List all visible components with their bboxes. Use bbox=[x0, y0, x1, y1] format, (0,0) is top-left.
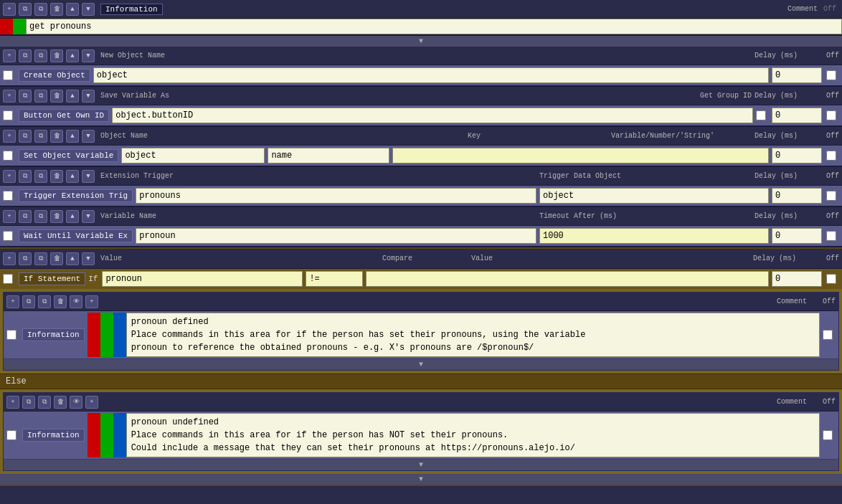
duplicate-icon-7[interactable]: ⧉ bbox=[34, 252, 47, 265]
group-id-checkbox[interactable] bbox=[756, 110, 766, 120]
down-icon-4[interactable]: ▼ bbox=[82, 130, 95, 143]
create-object-btn[interactable]: Create Object bbox=[19, 69, 90, 82]
key-value-input[interactable]: name bbox=[268, 148, 389, 163]
duplicate-icon-5[interactable]: ⧉ bbox=[34, 170, 47, 183]
trash-icon[interactable]: 🗑 bbox=[50, 3, 63, 16]
duplicate-icon-4[interactable]: ⧉ bbox=[34, 130, 47, 143]
trash-icon-6[interactable]: 🗑 bbox=[50, 210, 63, 223]
off-checkbox-else[interactable] bbox=[823, 430, 833, 440]
set-obj-var-checkbox[interactable] bbox=[3, 151, 13, 161]
if-statement-checkbox[interactable] bbox=[3, 274, 13, 284]
down-icon-7[interactable]: ▼ bbox=[82, 252, 95, 265]
up-icon-5[interactable]: ▲ bbox=[66, 170, 79, 183]
button-id-input[interactable]: object.buttonID bbox=[112, 108, 753, 123]
delay-input-1[interactable]: 0 bbox=[772, 67, 822, 83]
copy-icon-3[interactable]: ⧉ bbox=[19, 90, 32, 103]
add-icon-2[interactable]: + bbox=[3, 49, 16, 62]
duplicate-icon-3[interactable]: ⧉ bbox=[34, 90, 47, 103]
down-icon-3[interactable]: ▼ bbox=[82, 90, 95, 103]
off-checkbox-3[interactable] bbox=[826, 151, 836, 161]
wait-until-var-btn[interactable]: Wait Until Variable Ex bbox=[19, 229, 133, 242]
wait-var-checkbox[interactable] bbox=[3, 231, 13, 241]
duplicate-icon-2[interactable]: ⧉ bbox=[34, 49, 47, 62]
up-icon-4[interactable]: ▲ bbox=[66, 130, 79, 143]
obj-name-value-input[interactable]: object bbox=[121, 148, 265, 163]
duplicate-icon-else[interactable]: ⧉ bbox=[38, 396, 51, 409]
if-statement-btn[interactable]: If Statement bbox=[19, 272, 85, 285]
off-checkbox-4[interactable] bbox=[826, 191, 836, 201]
trigger-ext-checkbox[interactable] bbox=[3, 191, 13, 201]
eye-icon-inner[interactable]: 👁 bbox=[70, 295, 82, 308]
get-pronouns-input[interactable]: get pronouns bbox=[26, 19, 842, 34]
trigger-extension-btn[interactable]: Trigger Extension Trig bbox=[19, 189, 133, 202]
down-icon[interactable]: ▼ bbox=[82, 3, 95, 16]
copy-icon-6[interactable]: ⧉ bbox=[19, 210, 32, 223]
collapse-outer[interactable]: ▼ bbox=[0, 474, 842, 485]
timeout-value-input[interactable]: 1000 bbox=[539, 228, 769, 244]
trash-icon-4[interactable]: 🗑 bbox=[50, 130, 63, 143]
create-object-checkbox[interactable] bbox=[3, 70, 13, 80]
down-icon-6[interactable]: ▼ bbox=[82, 210, 95, 223]
if-value2-input[interactable] bbox=[366, 271, 769, 287]
trash-icon-else[interactable]: 🗑 bbox=[54, 396, 67, 409]
copy-icon-else[interactable]: ⧉ bbox=[22, 396, 35, 409]
button-own-id-checkbox[interactable] bbox=[3, 110, 13, 120]
ext-trigger-value-input[interactable]: pronouns bbox=[136, 188, 536, 204]
if-value-input[interactable]: pronoun bbox=[102, 271, 303, 287]
add-icon-4[interactable]: + bbox=[3, 130, 16, 143]
up-icon-7[interactable]: ▲ bbox=[66, 252, 79, 265]
delay-input-5[interactable]: 0 bbox=[772, 228, 822, 244]
delay-input-3[interactable]: 0 bbox=[772, 148, 822, 163]
trigger-data-value-input[interactable]: object bbox=[539, 188, 769, 204]
delay-input-2[interactable]: 0 bbox=[772, 108, 822, 123]
down-icon-2[interactable]: ▼ bbox=[82, 49, 95, 62]
up-icon[interactable]: ▲ bbox=[66, 3, 79, 16]
delay-input-6[interactable]: 0 bbox=[772, 271, 822, 287]
duplicate-icon[interactable]: ⧉ bbox=[34, 3, 47, 16]
information-inner-btn[interactable]: Information bbox=[22, 328, 85, 341]
add2-icon-else[interactable]: + bbox=[85, 396, 98, 409]
copy-icon-7[interactable]: ⧉ bbox=[19, 252, 32, 265]
add-icon-else[interactable]: + bbox=[6, 396, 19, 409]
off-checkbox-inner[interactable] bbox=[823, 330, 833, 340]
collapse-else-1[interactable]: ▼ bbox=[4, 460, 838, 470]
copy-icon-4[interactable]: ⧉ bbox=[19, 130, 32, 143]
copy-icon-5[interactable]: ⧉ bbox=[19, 170, 32, 183]
down-icon-5[interactable]: ▼ bbox=[82, 170, 95, 183]
information-else-btn[interactable]: Information bbox=[22, 429, 85, 442]
button-get-own-id-btn[interactable]: Button Get Own ID bbox=[19, 109, 109, 122]
trash-icon-2[interactable]: 🗑 bbox=[50, 49, 63, 62]
add-icon[interactable]: + bbox=[3, 3, 16, 16]
object-name-input[interactable]: object bbox=[93, 67, 769, 83]
up-icon-6[interactable]: ▲ bbox=[66, 210, 79, 223]
add-icon-inner[interactable]: + bbox=[6, 295, 19, 308]
trash-icon-3[interactable]: 🗑 bbox=[50, 90, 63, 103]
info-else-checkbox[interactable] bbox=[6, 430, 16, 440]
up-icon-3[interactable]: ▲ bbox=[66, 90, 79, 103]
off-checkbox-1[interactable] bbox=[826, 70, 836, 80]
add2-icon-inner[interactable]: + bbox=[85, 295, 98, 308]
add-icon-7[interactable]: + bbox=[3, 252, 16, 265]
information-badge[interactable]: Information bbox=[100, 4, 163, 15]
up-icon-2[interactable]: ▲ bbox=[66, 49, 79, 62]
eye-icon-else[interactable]: 👁 bbox=[70, 396, 82, 409]
duplicate-icon-inner[interactable]: ⧉ bbox=[38, 295, 51, 308]
set-object-variable-btn[interactable]: Set Object Variable bbox=[19, 149, 118, 162]
add-icon-3[interactable]: + bbox=[3, 90, 16, 103]
copy-icon-inner[interactable]: ⧉ bbox=[22, 295, 35, 308]
collapse-arrow-1[interactable]: ▼ bbox=[0, 36, 842, 47]
add-icon-6[interactable]: + bbox=[3, 210, 16, 223]
var-name-value-input[interactable]: pronoun bbox=[136, 228, 536, 244]
delay-input-4[interactable]: 0 bbox=[772, 188, 822, 204]
off-checkbox-2[interactable] bbox=[826, 110, 836, 120]
off-checkbox-6[interactable] bbox=[826, 274, 836, 284]
add-icon-5[interactable]: + bbox=[3, 170, 16, 183]
if-compare-input[interactable]: != bbox=[306, 271, 363, 287]
trash-icon-5[interactable]: 🗑 bbox=[50, 170, 63, 183]
copy-icon-2[interactable]: ⧉ bbox=[19, 49, 32, 62]
info-inner-checkbox[interactable] bbox=[6, 330, 16, 340]
trash-icon-7[interactable]: 🗑 bbox=[50, 252, 63, 265]
duplicate-icon-6[interactable]: ⧉ bbox=[34, 210, 47, 223]
trash-icon-inner[interactable]: 🗑 bbox=[54, 295, 67, 308]
collapse-inner-1[interactable]: ▼ bbox=[4, 359, 838, 370]
